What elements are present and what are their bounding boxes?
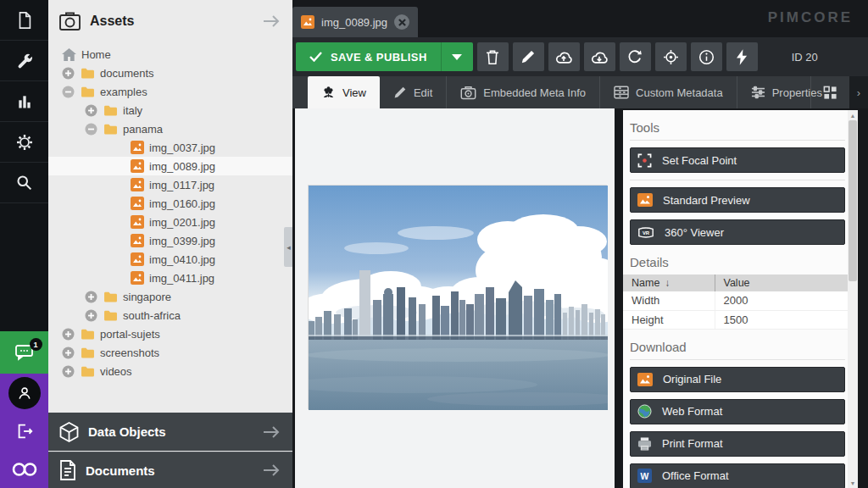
image-file-icon (131, 252, 144, 266)
details-heading: Details (630, 255, 845, 269)
tree-item-image[interactable]: img_0160.jpg (48, 194, 292, 213)
expand-plus-icon[interactable] (85, 309, 97, 322)
tree-item-folder[interactable]: singapore (48, 287, 292, 306)
rail-settings-button[interactable] (0, 122, 48, 163)
tab-embedded-meta-info[interactable]: Embedded Meta Info (446, 76, 599, 108)
tabs-overflow-chevron[interactable]: › (849, 76, 868, 108)
viewer-360-button[interactable]: VR 360° Viewer (630, 219, 845, 245)
asset-preview-image[interactable] (308, 185, 607, 409)
detail-name-cell: Height (623, 310, 715, 329)
divider (630, 180, 845, 180)
collapse-minus-icon[interactable] (85, 123, 97, 136)
scrollbar-thumb[interactable] (849, 120, 857, 281)
expand-plus-icon[interactable] (85, 291, 97, 303)
chat-bubble-icon: 1 (14, 343, 35, 362)
expand-plus-icon[interactable] (85, 104, 97, 117)
close-icon[interactable] (394, 14, 409, 30)
detail-value-cell: 2000 (715, 291, 848, 310)
tree-item-image[interactable]: img_0411.jpg (48, 269, 292, 287)
data-objects-panel-button[interactable]: Data Objects (48, 413, 292, 451)
image-file-icon (131, 178, 144, 191)
collapse-minus-icon[interactable] (62, 86, 75, 98)
tree-item-folder[interactable]: screenshots (48, 343, 292, 362)
panel-scrollbar[interactable]: ▲ ▼ (848, 110, 858, 488)
assets-panel-header[interactable]: Assets (48, 0, 292, 42)
tree-item-folder[interactable]: panama (48, 119, 292, 138)
lightning-icon (737, 49, 748, 65)
locate-in-tree-button[interactable] (655, 42, 687, 71)
rename-button[interactable] (513, 42, 544, 71)
documents-panel-button[interactable]: Documents (48, 452, 292, 488)
tree-item-folder[interactable]: examples (48, 82, 292, 101)
cube-icon (58, 421, 80, 443)
tab-edit[interactable]: Edit (380, 76, 446, 108)
sliders-icon (751, 86, 765, 99)
rail-logout-button[interactable] (0, 412, 48, 450)
tab-edit-label: Edit (414, 86, 432, 99)
tree-item-image[interactable]: img_0117.jpg (48, 175, 292, 194)
tree-item-folder[interactable]: south-africa (48, 306, 292, 324)
tree-item-folder[interactable]: documents (48, 64, 292, 82)
tree-item-folder[interactable]: italy (48, 101, 292, 119)
details-table: Name↓ Value Width 2000 Height 1500 (623, 274, 848, 330)
file-tab-label: img_0089.jpg (321, 16, 387, 29)
standard-preview-button[interactable]: Standard Preview (630, 187, 845, 213)
tree-item-folder[interactable]: videos (48, 362, 292, 380)
tab-view[interactable]: View (308, 76, 380, 108)
download-web-format-button[interactable]: Web Format (630, 399, 845, 424)
details-column-value[interactable]: Value (715, 274, 848, 291)
expand-plus-icon[interactable] (62, 67, 75, 80)
upload-button[interactable] (548, 42, 580, 71)
tab-custom-metadata[interactable]: Custom Metadata (599, 76, 737, 108)
rail-pimcore-logo[interactable] (0, 450, 48, 488)
download-original-file-button[interactable]: Original File (630, 367, 845, 392)
tree-item-image-selected[interactable]: img_0089.jpg (48, 157, 292, 175)
arrow-right-icon[interactable] (262, 14, 281, 28)
refresh-icon (627, 49, 643, 64)
rail-file-button[interactable] (0, 0, 48, 41)
folder-icon (103, 309, 118, 321)
rail-tools-button[interactable] (0, 41, 48, 81)
tree-item-image[interactable]: img_0201.jpg (48, 213, 292, 231)
asset-side-panel: Tools Set Focal Point Standard Preview V… (623, 110, 858, 488)
panama-skyline-image (309, 186, 608, 410)
reload-button[interactable] (620, 42, 651, 71)
expand-plus-icon[interactable] (62, 365, 75, 378)
rail-profile-button[interactable] (0, 374, 48, 412)
set-focal-point-button[interactable]: Set Focal Point (630, 147, 845, 173)
expand-plus-icon[interactable] (62, 347, 75, 359)
scroll-up-icon[interactable]: ▲ (848, 111, 858, 119)
details-column-name[interactable]: Name↓ (623, 274, 715, 291)
pimcore-app: 1 (0, 0, 868, 488)
download-button[interactable] (584, 42, 615, 71)
scroll-down-icon[interactable]: ▼ (848, 479, 858, 487)
rail-notifications-button[interactable]: 1 (0, 331, 48, 374)
info-icon (698, 49, 715, 65)
assets-panel-title: Assets (90, 14, 262, 29)
expand-plus-icon[interactable] (62, 328, 75, 341)
trash-icon (485, 49, 500, 65)
image-file-icon (131, 215, 144, 229)
actions-button[interactable] (726, 42, 758, 71)
tree-item-folder[interactable]: portal-sujets (48, 324, 292, 343)
tab-view-label: View (342, 86, 366, 99)
file-tab-img-0089[interactable]: img_0089.jpg (292, 7, 418, 37)
rail-reports-button[interactable] (0, 81, 48, 122)
delete-asset-button[interactable] (477, 42, 509, 71)
download-print-format-button[interactable]: Print Format (630, 431, 845, 457)
save-and-publish-button[interactable]: SAVE & PUBLISH (296, 42, 473, 71)
tree-item-image[interactable]: img_0037.jpg (48, 138, 292, 157)
save-dropdown-button[interactable] (441, 42, 473, 71)
info-button[interactable] (691, 42, 722, 71)
download-office-format-button[interactable]: W Office Format (630, 463, 845, 488)
sort-descending-icon: ↓ (665, 277, 670, 289)
rail-search-button[interactable] (0, 163, 48, 203)
logout-icon (15, 422, 34, 441)
vr-goggles-icon: VR (637, 226, 654, 239)
tree-item-image[interactable]: img_0410.jpg (48, 250, 292, 269)
tree-item-home[interactable]: Home (48, 45, 292, 64)
home-icon (62, 48, 76, 61)
tree-item-image[interactable]: img_0399.jpg (48, 231, 292, 250)
tab-apps-grid[interactable] (810, 76, 849, 108)
check-icon (309, 52, 322, 62)
